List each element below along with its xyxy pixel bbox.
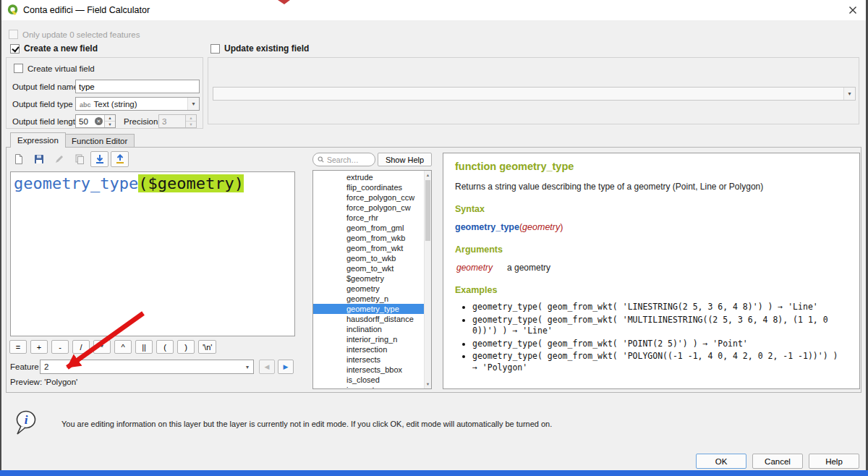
copy-expression-button[interactable] [70,151,88,167]
import-arrow-icon [94,153,106,165]
only-update-selected-checkbox[interactable]: Only update 0 selected features [9,30,140,39]
output-field-type-select[interactable]: abcText (string) ▾ [75,97,200,111]
operator-button[interactable]: = [9,340,27,354]
syntax-close-paren: ) [560,222,563,232]
cancel-label: Cancel [765,457,791,466]
function-list-item[interactable]: geom_from_gml [313,223,424,233]
function-list-item[interactable]: is_empty [313,385,424,389]
function-list-item[interactable]: inclination [313,324,424,334]
operator-button[interactable]: + [30,340,48,354]
function-list-item[interactable]: intersects_bbox [313,365,424,375]
previous-feature-button[interactable]: ◀ [259,360,275,374]
feature-select[interactable]: 2 ▾ [40,360,254,374]
function-search-input[interactable] [327,156,370,164]
tab-function-editor[interactable]: Function Editor [64,134,135,148]
function-list-item[interactable]: is_closed [313,375,424,385]
argument-description: a geometry [507,263,550,273]
update-existing-field-checkbox[interactable]: Update existing field [210,43,309,54]
function-list-item[interactable]: flip_coordinates [313,182,424,192]
function-list-scrollbar[interactable]: ▲ ▼ [424,171,431,388]
save-expression-button[interactable] [30,151,48,167]
show-help-button[interactable]: Show Help [378,153,432,166]
spinner-buttons[interactable]: ▲▼ [185,115,196,127]
function-list-item[interactable]: force_rhr [313,213,424,223]
function-list-item[interactable]: $geometry [313,273,424,284]
create-new-field-checkbox[interactable]: Create a new field [10,43,98,54]
update-existing-field-label: Update existing field [224,43,309,54]
function-search-box[interactable] [312,153,375,166]
operator-button[interactable]: ( [156,340,174,354]
function-list-item[interactable]: hausdorff_distance [313,314,424,324]
next-icon: ▶ [284,363,289,370]
previous-icon: ◀ [265,363,270,370]
edit-expression-button[interactable] [50,151,68,167]
expression-variable-text: $geometry [148,174,234,192]
window-title: Conta edifici — Field Calculator [23,0,150,20]
operator-button[interactable]: || [135,340,153,354]
next-feature-button[interactable]: ▶ [278,360,294,374]
create-new-field-label: Create a new field [24,43,98,54]
export-expression-button[interactable] [111,151,129,167]
clear-value-icon[interactable]: ✕ [95,117,103,125]
text-type-icon: abc [80,101,91,109]
argument-name: geometry [455,263,507,273]
precision-spinner[interactable]: 3 ▲▼ [158,114,197,128]
operator-button[interactable]: * [93,340,111,354]
example-item: geometry_type( geom_from_wkt( 'POLYGON((… [472,351,848,373]
function-list-item[interactable]: geom_from_wkt [313,243,424,253]
function-list-item[interactable]: force_polygon_ccw [313,192,424,203]
operator-button[interactable]: ^ [114,340,132,354]
precision-value: 3 [159,117,185,126]
output-field-name-input[interactable] [75,80,200,93]
function-list-item[interactable]: interior_ring_n [313,334,424,344]
function-list: extrudeflip_coordinatesforce_polygon_ccw… [312,170,432,389]
update-existing-group: ▾ [208,57,859,124]
spinner-buttons[interactable]: ▲▼ [104,115,115,127]
expression-editor[interactable]: geometry_type($geometry) [10,171,295,336]
scroll-up-icon[interactable]: ▲ [425,171,431,179]
syntax-heading: Syntax [455,204,848,214]
expression-close-paren: ) [234,174,244,192]
output-field-length-value: 50 [76,117,95,126]
floppy-disk-icon [33,153,45,165]
scrollbar-thumb[interactable] [425,180,430,241]
expression-open-paren: ( [138,174,148,192]
function-list-item[interactable]: geometry_type [313,304,424,314]
existing-field-select[interactable]: ▾ [213,87,856,101]
function-list-item[interactable]: geom_to_wkb [313,253,424,263]
help-title: function geometry_type [455,161,848,172]
preview-label: Preview: [10,378,42,386]
function-list-item[interactable]: geometry [313,284,424,294]
edit-mode-message: You are editing information on this laye… [61,420,552,428]
close-button[interactable] [842,0,864,20]
titlebar: Conta edifici — Field Calculator [0,0,868,20]
function-list-item[interactable]: intersects [313,354,424,365]
checkbox-icon [9,30,18,39]
function-list-item[interactable]: force_polygon_cw [313,203,424,213]
function-list-item[interactable]: extrude [313,172,424,182]
operator-button[interactable]: - [51,340,69,354]
feature-label: Feature [10,362,39,371]
scroll-down-icon[interactable]: ▼ [425,380,431,388]
example-item: geometry_type( geom_from_wkt( 'POINT(2 5… [472,339,848,350]
function-list-item[interactable]: intersection [313,344,424,354]
create-virtual-field-label: Create virtual field [27,64,95,73]
checkbox-icon [210,44,220,54]
create-virtual-field-checkbox[interactable]: Create virtual field [14,64,95,73]
output-field-length-spinner[interactable]: 50 ✕ ▲▼ [75,114,116,128]
operator-button[interactable]: '\n' [198,340,216,354]
checkbox-checked-icon [10,44,20,54]
ok-button[interactable]: OK [696,454,746,469]
help-button[interactable]: Help [809,454,859,469]
tab-expression[interactable]: Expression [10,132,66,148]
cancel-button[interactable]: Cancel [752,454,803,469]
tab-expression-label: Expression [17,136,59,145]
operator-button[interactable]: ) [177,340,195,354]
function-list-item[interactable]: geom_from_wkb [313,233,424,243]
pencil-icon [54,153,65,165]
function-list-item[interactable]: geom_to_wkt [313,263,424,273]
operator-button[interactable]: / [72,340,90,354]
function-list-item[interactable]: geometry_n [313,294,424,304]
import-expression-button[interactable] [90,151,109,167]
clear-expression-button[interactable] [9,151,27,167]
